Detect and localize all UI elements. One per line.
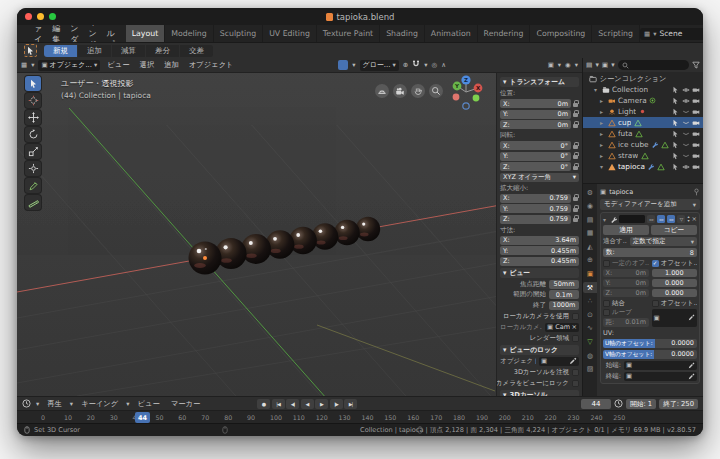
expand-icon[interactable]: ▾	[600, 163, 605, 170]
lock-icon[interactable]	[573, 163, 579, 171]
relative-x-field[interactable]: 1.000	[652, 269, 698, 278]
timeline-menu-marker[interactable]: マーカー	[168, 399, 204, 409]
pivot-point-icon[interactable]: ⊕	[403, 61, 408, 69]
rotation-y-field[interactable]: Y:0°	[500, 152, 571, 161]
outliner-search-input[interactable]	[618, 60, 689, 70]
view-panel-header[interactable]: ▾ビュー	[500, 268, 579, 278]
selectable-icon[interactable]	[672, 163, 679, 171]
tab-object-data[interactable]: ▽	[584, 337, 597, 348]
selectable-icon[interactable]	[672, 108, 679, 116]
v-offset-field[interactable]: V軸のオフセット: 0.0000	[603, 350, 697, 359]
clip-start-field[interactable]: 0.1m	[549, 290, 579, 299]
tab-modifiers[interactable]: ⚒	[583, 282, 597, 293]
select-mode-subtract[interactable]: 減算	[112, 45, 145, 57]
relative-y-field[interactable]: 0.000	[652, 279, 698, 288]
editor-type-icon[interactable]: ▦	[21, 61, 27, 69]
transform-panel-header[interactable]: ▾トランスフォーム	[500, 77, 579, 87]
jump-to-end-button[interactable]: ▶|	[344, 399, 357, 409]
tab-shading[interactable]: Shading	[380, 25, 425, 42]
record-button[interactable]: ●	[257, 399, 270, 409]
proportional-falloff-icon[interactable]: ∧	[441, 61, 446, 69]
timeline-menu-view[interactable]: ビュー	[135, 399, 163, 409]
realtime-display-toggle[interactable]: ▭	[657, 215, 665, 223]
fit-type-dropdown[interactable]: 定数で指定▾	[630, 237, 697, 246]
playhead[interactable]: 44	[135, 412, 150, 423]
expand-icon[interactable]: ▾	[603, 216, 608, 223]
eyedropper-icon[interactable]	[569, 357, 577, 365]
close-icon[interactable]: ×	[572, 323, 577, 331]
lock-icon[interactable]	[573, 142, 579, 150]
collapse-icon[interactable]: ▸	[600, 141, 605, 148]
camera-to-view-checkbox[interactable]	[572, 380, 579, 387]
show-gizmo-icon[interactable]: ▣	[548, 61, 554, 69]
active-gizmo-icon[interactable]	[338, 60, 348, 70]
collapse-icon[interactable]: ▸	[600, 108, 605, 115]
u-offset-field[interactable]: U軸のオフセット: 0.0000	[603, 339, 697, 348]
selectable-icon[interactable]	[672, 152, 679, 160]
tab-physics[interactable]: ⊙	[584, 309, 597, 320]
tab-animation[interactable]: Animation	[425, 25, 478, 42]
transform-orientation-dropdown[interactable]: グロー... ▾	[360, 60, 399, 71]
timeline-editor-icon[interactable]	[22, 399, 31, 408]
tab-rendering[interactable]: Rendering	[478, 25, 531, 42]
timeline-menu-keying[interactable]: キーイング	[78, 399, 121, 409]
eyedropper-icon[interactable]	[688, 314, 695, 321]
navigation-gizmo[interactable]: Z Y X	[447, 71, 485, 111]
tab-constraints[interactable]: ∿	[584, 323, 597, 334]
loop-checkbox[interactable]	[603, 309, 610, 316]
tab-object[interactable]: ▣	[584, 269, 597, 280]
next-keyframe-button[interactable]: |▶	[330, 399, 343, 409]
tab-particles[interactable]: ∴	[584, 296, 597, 307]
render-camera-icon[interactable]	[692, 97, 700, 104]
collection-row[interactable]: ▾ Collection	[583, 84, 703, 95]
tab-output[interactable]: ▤	[584, 214, 597, 225]
tool-transform[interactable]	[25, 161, 41, 176]
count-field[interactable]: 数:8	[603, 248, 697, 257]
eye-open-icon[interactable]	[682, 97, 690, 105]
viewport-menu-view[interactable]: ビュー	[104, 60, 132, 70]
outliner-item-futa[interactable]: ▸ futa	[583, 128, 703, 139]
tool-move[interactable]	[25, 110, 41, 125]
merge-distance-field[interactable]: 距:0.01m	[603, 318, 649, 327]
tool-scale[interactable]	[25, 144, 41, 159]
rotation-z-field[interactable]: Z:0°	[500, 162, 571, 171]
outliner-item-tapioca[interactable]: ▾ tapioca	[583, 161, 703, 172]
viewport-3d[interactable]: ▦ ▾ ▣ オブジェク... ▾ ビュー 選択 追加 オブジェクト ▾ グロー.…	[17, 58, 582, 396]
render-camera-icon[interactable]	[692, 108, 700, 115]
selectable-icon[interactable]	[672, 119, 679, 127]
add-modifier-dropdown[interactable]: モディファイアーを追加 ▾	[600, 199, 700, 210]
dim-x-field[interactable]: X:3.64m	[500, 236, 579, 245]
eye-closed-icon[interactable]	[682, 108, 690, 116]
scene-selector[interactable]: ▦ ▾ Scene ⧉ ×	[640, 28, 703, 40]
cursor-panel-header[interactable]: ▾3Dカーソル	[500, 390, 579, 397]
collapse-icon[interactable]: ▸	[600, 119, 605, 126]
local-camera-field[interactable]: ▣Cam...×	[545, 323, 579, 332]
eyedropper-icon[interactable]	[688, 362, 695, 369]
tool-cursor[interactable]	[25, 93, 41, 108]
tab-sculpting[interactable]: Sculpting	[214, 25, 263, 42]
tapioca-spheres[interactable]	[189, 217, 381, 275]
tab-compositing[interactable]: Compositing	[530, 25, 592, 42]
selectable-icon[interactable]	[672, 141, 679, 149]
tab-modeling[interactable]: Modeling	[165, 25, 213, 42]
local-camera-checkbox[interactable]	[572, 313, 579, 320]
use-preview-range-icon[interactable]	[614, 399, 623, 408]
collapse-icon[interactable]: ▸	[600, 152, 605, 159]
rotation-x-field[interactable]: X:0°	[500, 141, 571, 150]
tab-uv-editing[interactable]: UV Editing	[263, 25, 317, 42]
relative-z-field[interactable]: 0.000	[652, 289, 698, 298]
jump-to-start-button[interactable]: |◀	[272, 399, 285, 409]
outliner-editor-icon[interactable]: ▤	[586, 61, 592, 69]
snap-magnet-icon[interactable]	[412, 60, 420, 70]
dim-y-field[interactable]: Y:0.455m	[500, 246, 579, 255]
lock-icon[interactable]	[573, 100, 579, 108]
constant-z-field[interactable]: Z:0m	[603, 289, 649, 298]
select-mode-set[interactable]: 新規	[44, 45, 77, 57]
tab-world[interactable]: ⊕	[584, 255, 597, 266]
lock-icon[interactable]	[573, 215, 579, 223]
render-camera-icon[interactable]	[692, 119, 700, 126]
lock-icon[interactable]	[573, 110, 579, 118]
focal-length-field[interactable]: 50mm	[549, 280, 579, 289]
eye-closed-icon[interactable]	[682, 119, 690, 127]
object-offset-field[interactable]: ▣	[652, 309, 698, 327]
